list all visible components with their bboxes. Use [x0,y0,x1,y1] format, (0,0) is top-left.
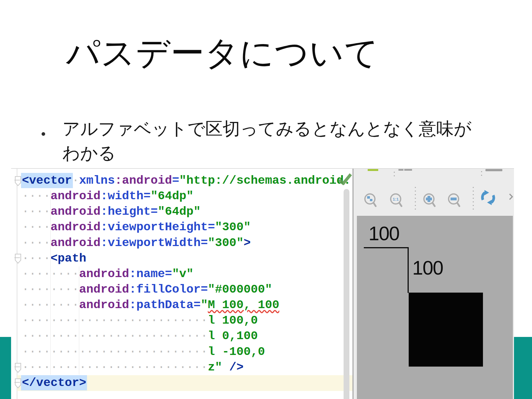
code-line: ····<path [22,251,352,266]
fold-marker-icon[interactable] [14,378,22,389]
preview-canvas: 100 100 [357,216,513,399]
zoom-actual-size-button[interactable]: 1:1 [390,193,402,209]
code-line: ········android:name="v" [22,266,352,282]
clipped-toolbar-icon[interactable] [404,169,412,171]
dimension-line-vertical [408,248,409,293]
inspection-ok-checkmark-icon[interactable] [337,172,352,185]
fold-marker-icon[interactable] [14,254,22,264]
bullet-text: アルファベットで区切ってみるとなんとなく意味が わかる [62,116,472,165]
code-line: ····android:width="64dp" [22,188,352,204]
toolbar-separator [481,170,482,178]
zoom-in-button[interactable] [423,193,436,209]
preview-panel: 1:1 [354,169,514,399]
code-line: ····android:viewportHeight="300" [22,219,352,235]
code-line: ··························l -100,0 [22,344,352,360]
bullet-line-2: わかる [62,141,472,165]
code-line: </vector> [22,375,352,391]
zoom-to-fit-button[interactable] [364,193,377,209]
code-line: ····android:viewportWidth="300"> [22,235,352,251]
slide-title: パスデータについて [66,33,379,73]
toolbar-separator [394,170,395,178]
toolbar-separator [473,186,474,210]
code-line: ··························l 100,0 [22,313,352,328]
code-editor-panel[interactable]: <vector·xmlns:android="http://schemas.an… [11,169,352,399]
refresh-button[interactable] [480,190,496,206]
accent-bar-right [514,337,532,399]
code-line: ········android:pathData="M 100, 100 [22,297,352,313]
code-line: ··························l 0,100 [22,328,352,344]
zoom-out-button[interactable] [447,193,460,209]
code-line: ····android:height="64dp" [22,204,352,219]
dimension-label-right: 100 [412,258,443,278]
dimension-label-top: 100 [369,224,399,243]
ide-screenshot: <vector·xmlns:android="http://schemas.an… [11,168,514,399]
clipped-toolbar-icon[interactable] [368,169,378,171]
code-line: ··························z" /> [22,360,352,375]
clipped-toolbar-icon[interactable] [485,169,502,171]
chevron-right-icon[interactable] [509,193,513,200]
clipped-toolbar-icon[interactable] [398,169,403,171]
code-line: ········android:fillColor="#000000" [22,282,352,297]
fold-marker-icon[interactable] [14,176,22,186]
bullet-marker [42,132,45,136]
toolbar-separator [415,186,416,210]
code-area[interactable]: <vector·xmlns:android="http://schemas.an… [22,173,352,391]
presentation-slide: パスデータについて アルファベットで区切ってみるとなんとなく意味が わかる [0,0,532,399]
svg-text:1:1: 1:1 [393,197,399,201]
editor-scrollbar[interactable] [344,189,349,399]
fold-marker-icon[interactable] [14,363,22,373]
rendered-path-square [409,293,483,367]
dimension-line-horizontal [364,247,409,248]
bullet-line-1: アルファベットで区切ってみるとなんとなく意味が [62,116,472,141]
code-line: <vector·xmlns:android="http://schemas.an… [22,173,352,188]
